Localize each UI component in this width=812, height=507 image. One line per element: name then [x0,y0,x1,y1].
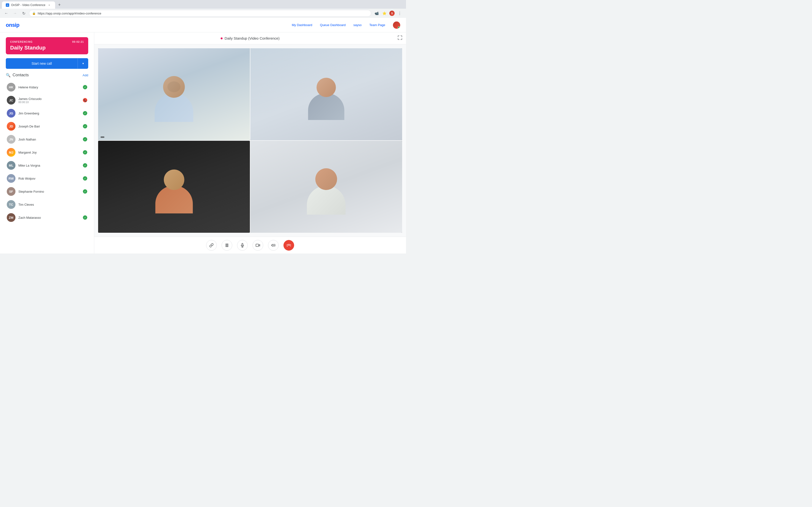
toolbar-actions: 📹 ⭐ S ⋮ [373,10,403,17]
url-text: https://app.onsip.com/app/#/video-confer… [38,12,101,15]
contact-item[interactable]: MJ Margaret Joy ✓ [6,146,88,159]
contact-status-none [83,202,87,207]
video-area: Daily Standup (Video Conference) [94,32,406,253]
start-call-dropdown[interactable]: ▾ [78,58,88,68]
logo-text: onsip [6,22,19,28]
check-icon: ✓ [84,86,86,89]
username-link[interactable]: sayso [353,23,361,27]
contacts-section: 🔍 Contacts Add HK Helene Kidary ✓ [6,73,88,224]
contact-avatar: HK [7,83,15,92]
main-content: CONFERENCING 00:02:21 Daily Standup Star… [0,32,406,253]
contact-info: Zach Matarasso [18,216,80,219]
hangup-button[interactable] [284,240,294,250]
contact-status-online: ✓ [83,176,87,181]
check-icon: ✓ [84,216,86,219]
contact-avatar: SF [7,187,15,196]
contact-item[interactable]: ZM Zach Matarasso ✓ [6,211,88,224]
video-title: Daily Standup (Video Conference) [221,36,280,40]
contact-avatar: TC [7,200,15,209]
contact-name: Stephanie Fornino [18,190,80,193]
cast-icon[interactable]: 📹 [373,10,380,17]
contact-item[interactable]: HK Helene Kidary ✓ [6,81,88,94]
pause-button[interactable] [221,240,232,250]
contact-info: James Criscuolo 00:00:10 [18,97,80,104]
contact-info: Helene Kidary [18,86,80,89]
fullscreen-button[interactable] [398,36,402,41]
forward-button[interactable]: → [12,10,18,17]
svg-rect-0 [226,244,227,247]
browser-tabs: O OnSIP - Video Conference × + [0,0,406,9]
contact-item[interactable]: JC James Criscuolo 00:00:10 📞 [6,94,88,107]
contact-avatar: ML [7,161,15,170]
contact-name: Zach Matarasso [18,216,80,219]
contact-name: James Criscuolo [18,97,80,101]
reload-button[interactable]: ↻ [20,10,27,17]
contact-item[interactable]: TC Tim Cleves [6,198,88,211]
microphone-button[interactable] [237,240,248,250]
start-call-label: Start new call [6,58,78,69]
add-contact-link[interactable]: Add [83,73,88,77]
tab-close-button[interactable]: × [47,3,51,7]
contact-call-duration: 00:00:10 [18,101,80,104]
contact-item[interactable]: JD Joseph De Bari ✓ [6,120,88,132]
queue-dashboard-link[interactable]: Queue Dashboard [320,23,346,27]
contact-name: Jim Greenberg [18,112,80,115]
team-page-link[interactable]: Team Page [369,23,385,27]
menu-icon[interactable]: ⋮ [396,10,403,17]
camera-button[interactable] [253,240,263,250]
video-controls [94,237,406,253]
contact-info: Mike La Vorgna [18,164,80,167]
conference-label: CONFERENCING 00:02:21 [10,41,84,43]
contact-info: Rob Wolpov [18,177,80,180]
bookmark-icon[interactable]: ⭐ [381,10,388,17]
contact-info: Joseph De Bari [18,125,80,128]
check-icon: ✓ [84,177,86,180]
contact-avatar: MJ [7,148,15,157]
contact-item[interactable]: RW Rob Wolpov ✓ [6,172,88,185]
contacts-search-icon[interactable]: 🔍 [6,73,11,77]
contact-avatar: JN [7,135,15,144]
contact-name: Margaret Joy [18,151,80,154]
svg-rect-1 [227,244,228,247]
contact-name: Joseph De Bari [18,125,80,128]
lock-icon: 🔒 [32,12,36,15]
contact-list: HK Helene Kidary ✓ JC James Criscuolo [6,81,88,224]
contact-name: Rob Wolpov [18,177,80,180]
contact-item[interactable]: ML Mike La Vorgna ✓ [6,159,88,172]
link-button[interactable] [206,240,217,250]
contact-item[interactable]: JG Jim Greenberg ✓ [6,107,88,119]
contact-name: Tim Cleves [18,203,80,207]
active-tab[interactable]: O OnSIP - Video Conference × [2,1,55,9]
tab-favicon: O [6,3,9,7]
contact-status-online: ✓ [83,111,87,115]
address-bar[interactable]: 🔒 https://app.onsip.com/app/#/video-conf… [29,10,371,17]
contact-info: Josh Nathan [18,137,80,141]
contact-info: Stephanie Fornino [18,190,80,193]
new-tab-button[interactable]: + [56,1,63,8]
contact-avatar: ZM [7,213,15,222]
contact-status-online: ✓ [83,85,87,89]
contact-item[interactable]: SF Stephanie Fornino ✓ [6,185,88,198]
contact-item[interactable]: JN Josh Nathan ✓ [6,133,88,146]
my-dashboard-link[interactable]: My Dashboard [292,23,312,27]
app-logo: onsip [6,22,19,28]
video-cell-1 [98,48,250,140]
conferencing-label: CONFERENCING [10,41,33,43]
video-cell-4 [250,141,402,233]
start-new-call-button[interactable]: Start new call ▾ [6,58,88,69]
volume-button[interactable] [268,240,278,250]
contact-status-online: ✓ [83,163,87,168]
browser-chrome: O OnSIP - Video Conference × + ← → ↻ 🔒 h… [0,0,406,18]
contact-status-online: ✓ [83,137,87,142]
app-header: onsip My Dashboard Queue Dashboard sayso… [0,18,406,32]
check-icon: ✓ [84,151,86,154]
user-avatar[interactable] [393,21,400,29]
profile-icon[interactable]: S [389,10,395,17]
tab-title: OnSIP - Video Conference [11,3,45,7]
contacts-title-row: 🔍 Contacts [6,73,29,77]
back-button[interactable]: ← [3,10,10,17]
video-cell-2 [250,48,402,140]
conference-card: CONFERENCING 00:02:21 Daily Standup [6,37,88,54]
header-nav: My Dashboard Queue Dashboard sayso Team … [292,21,400,29]
check-icon: ✓ [84,164,86,167]
